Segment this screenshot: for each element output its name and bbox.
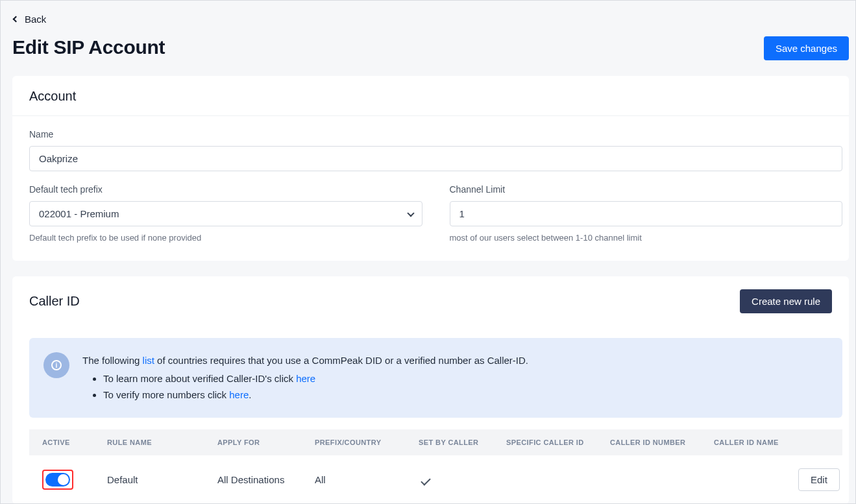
col-active: ACTIVE [42,438,107,446]
edit-rule-button[interactable]: Edit [798,468,840,491]
tech-prefix-help: Default tech prefix to be used if none p… [29,233,422,243]
col-caller-id-number: CALLER ID NUMBER [610,438,714,446]
caller-id-table: ACTIVE RULE NAME APPLY FOR PREFIX/COUNTR… [29,429,842,504]
info-verify-link[interactable]: here [229,389,249,400]
name-label: Name [29,129,842,139]
chevron-left-icon [13,16,19,23]
back-link[interactable]: Back [12,14,46,25]
name-input[interactable] [29,146,842,171]
save-changes-button[interactable]: Save changes [764,36,849,60]
toggle-knob [58,474,69,485]
col-specific-caller-id: SPECIFIC CALLER ID [506,438,610,446]
account-card: Account Name Default tech prefix Default… [12,76,849,261]
caller-id-section-title: Caller ID [29,294,80,309]
back-label: Back [25,14,46,25]
table-row: Default All Destinations All Edit [29,455,842,504]
table-header: ACTIVE RULE NAME APPLY FOR PREFIX/COUNTR… [29,429,842,455]
caller-id-card: Caller ID Create new rule i The followin… [12,276,849,504]
cell-apply-for: All Destinations [217,474,315,485]
create-new-rule-button[interactable]: Create new rule [740,289,832,313]
info-countries-list-link[interactable]: list [143,355,154,366]
info-bullet1-pre: To learn more about verified Caller-ID's… [103,373,296,384]
check-icon [421,475,431,486]
info-line1-pre: The following [82,355,143,366]
info-learn-more-link[interactable]: here [296,373,315,384]
active-toggle[interactable] [45,473,70,486]
cell-rule-name: Default [107,474,217,485]
col-prefix-country: PREFIX/COUNTRY [315,438,419,446]
info-bullet2-pre: To verify more numbers click [103,389,229,400]
account-section-title: Account [29,89,76,104]
col-apply-for: APPLY FOR [217,438,315,446]
tech-prefix-select[interactable] [29,201,422,226]
active-toggle-highlight [42,470,73,490]
channel-limit-help: most of our users select between 1-10 ch… [450,233,843,243]
cell-set-by-caller [419,474,506,485]
cell-prefix-country: All [315,474,419,485]
info-bullet2-post: . [249,389,251,400]
info-line1-post: of countries requires that you use a Com… [154,355,528,366]
channel-limit-label: Channel Limit [450,184,843,195]
channel-limit-input[interactable] [450,201,843,226]
info-icon: i [43,352,69,378]
col-rule-name: RULE NAME [107,438,217,446]
col-caller-id-name: CALLER ID NAME [714,438,798,446]
info-banner: i The following list of countries requir… [29,338,842,418]
page-title: Edit SIP Account [12,36,165,58]
col-set-by-caller: SET BY CALLER [419,438,506,446]
tech-prefix-label: Default tech prefix [29,184,422,195]
